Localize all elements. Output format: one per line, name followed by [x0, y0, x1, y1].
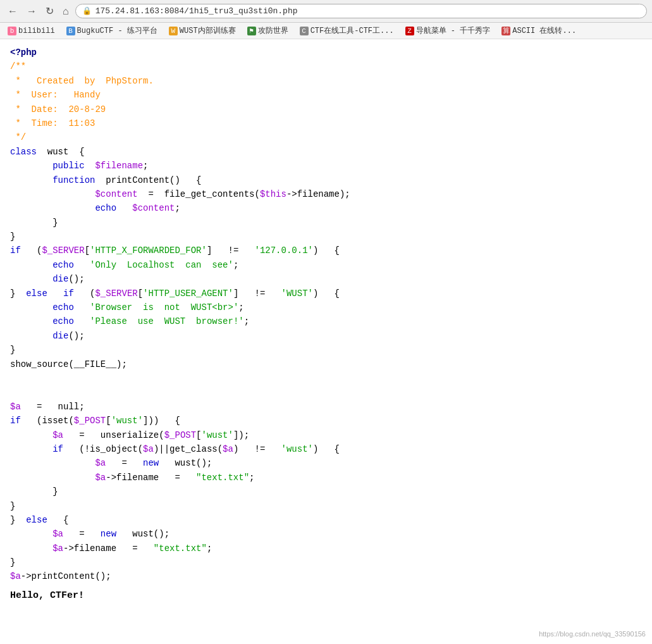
- bookmark-ctf[interactable]: C CTF在线工具-CTF工...: [297, 25, 397, 37]
- nav-icon: Z: [405, 27, 414, 35]
- back-button[interactable]: ←: [5, 4, 20, 18]
- output-text: Hello, CTFer!: [10, 590, 84, 601]
- reload-button[interactable]: ↻: [43, 4, 56, 18]
- forward-button[interactable]: →: [24, 4, 39, 18]
- bookmark-wust-label: WUST内部训练赛: [180, 25, 236, 36]
- browser-toolbar: ← → ↻ ⌂ 🔒 175.24.81.163:8084/1hi5_tru3_q…: [0, 0, 652, 23]
- home-button[interactable]: ⌂: [60, 4, 71, 18]
- bookmark-attack[interactable]: ⚑ 攻防世界: [245, 25, 291, 37]
- bookmark-nav-label: 导航菜单 - 千千秀字: [416, 25, 491, 36]
- url-text: 175.24.81.163:8084/1hi5_tru3_qu3sti0n.ph…: [95, 6, 298, 16]
- ctf-icon: C: [300, 27, 309, 35]
- bookmark-bugku-label: BugkuCTF - 练习平台: [77, 25, 157, 36]
- bugku-icon: B: [66, 27, 75, 35]
- bookmark-bugku[interactable]: B BugkuCTF - 练习平台: [64, 25, 160, 37]
- address-bar[interactable]: 🔒 175.24.81.163:8084/1hi5_tru3_qu3sti0n.…: [75, 4, 647, 18]
- ascii-icon: 算: [501, 27, 510, 35]
- bilibili-icon: b: [8, 27, 16, 35]
- bookmarks-bar: b bilibili B BugkuCTF - 练习平台 W WUST内部训练赛…: [0, 23, 652, 39]
- bookmark-nav[interactable]: Z 导航菜单 - 千千秀字: [403, 25, 493, 37]
- lock-icon: 🔒: [82, 6, 92, 16]
- bookmark-bilibili[interactable]: b bilibili: [5, 26, 58, 36]
- bookmark-attack-label: 攻防世界: [258, 25, 288, 36]
- bookmark-ctf-label: CTF在线工具-CTF工...: [311, 25, 394, 36]
- bookmark-bilibili-label: bilibili: [18, 27, 55, 35]
- bookmark-ascii[interactable]: 算 ASCII 在线转...: [499, 25, 579, 37]
- code-area: <?php /** * Created by PhpStorm. * User:…: [0, 39, 652, 590]
- wust-icon: W: [169, 27, 178, 35]
- output-area: Hello, CTFer!: [0, 590, 652, 604]
- attack-icon: ⚑: [247, 27, 256, 35]
- bookmark-ascii-label: ASCII 在线转...: [512, 25, 576, 36]
- bookmark-wust[interactable]: W WUST内部训练赛: [166, 25, 238, 37]
